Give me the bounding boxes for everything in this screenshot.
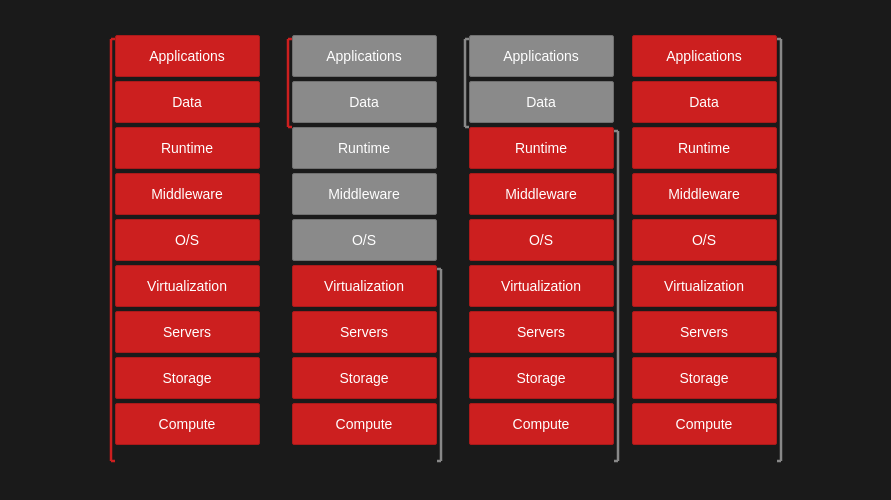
rows-col1: Applications Data Runtime Middleware O/S…: [115, 35, 260, 465]
list-item: Virtualization: [469, 265, 614, 307]
list-item: Servers: [115, 311, 260, 353]
diagram-container: Applications Data Runtime Middleware O/S…: [71, 15, 821, 485]
list-item: Compute: [469, 403, 614, 445]
list-item: Data: [469, 81, 614, 123]
rows-col3: Applications Data Runtime Middleware O/S…: [469, 35, 614, 465]
list-item: Storage: [632, 357, 777, 399]
list-item: Applications: [632, 35, 777, 77]
list-item: O/S: [632, 219, 777, 261]
list-item: Compute: [115, 403, 260, 445]
list-item: Data: [632, 81, 777, 123]
list-item: Compute: [292, 403, 437, 445]
list-item: Storage: [469, 357, 614, 399]
rows-col2: Applications Data Runtime Middleware O/S…: [292, 35, 437, 465]
list-item: Middleware: [469, 173, 614, 215]
list-item: Middleware: [632, 173, 777, 215]
list-item: O/S: [292, 219, 437, 261]
list-item: Virtualization: [115, 265, 260, 307]
list-item: Applications: [292, 35, 437, 77]
list-item: Servers: [632, 311, 777, 353]
list-item: Servers: [292, 311, 437, 353]
list-item: Compute: [632, 403, 777, 445]
list-item: Runtime: [469, 127, 614, 169]
list-item: Data: [292, 81, 437, 123]
list-item: Runtime: [632, 127, 777, 169]
bracket-col3-right: [614, 35, 628, 465]
list-item: Servers: [469, 311, 614, 353]
list-item: Data: [115, 81, 260, 123]
bracket-svg-col1: [101, 35, 115, 465]
list-item: Storage: [115, 357, 260, 399]
list-item: Runtime: [115, 127, 260, 169]
bracket-svg-col2-left: [278, 35, 292, 465]
column-1: Applications Data Runtime Middleware O/S…: [101, 35, 260, 465]
bracket-col2-right: [437, 35, 451, 465]
column-2: Applications Data Runtime Middleware O/S…: [278, 35, 437, 465]
bracket-svg-col3-left: [455, 35, 469, 465]
list-item: Applications: [115, 35, 260, 77]
bracket-col2-left: [278, 35, 292, 465]
bracket-svg-col3-right: [614, 35, 628, 465]
list-item: Virtualization: [632, 265, 777, 307]
bracket-col4-right: [777, 35, 791, 465]
bracket-svg-col4-right: [777, 35, 791, 465]
column-3: Applications Data Runtime Middleware O/S…: [455, 35, 614, 465]
bracket-col1-left: [101, 35, 115, 465]
list-item: Runtime: [292, 127, 437, 169]
bracket-col3-left: [455, 35, 469, 465]
list-item: O/S: [469, 219, 614, 261]
bracket-svg-col2-right: [437, 35, 451, 465]
rows-col4: Applications Data Runtime Middleware O/S…: [632, 35, 777, 465]
list-item: Virtualization: [292, 265, 437, 307]
list-item: O/S: [115, 219, 260, 261]
list-item: Middleware: [115, 173, 260, 215]
column-4: Applications Data Runtime Middleware O/S…: [632, 35, 791, 465]
list-item: Storage: [292, 357, 437, 399]
list-item: Middleware: [292, 173, 437, 215]
list-item: Applications: [469, 35, 614, 77]
